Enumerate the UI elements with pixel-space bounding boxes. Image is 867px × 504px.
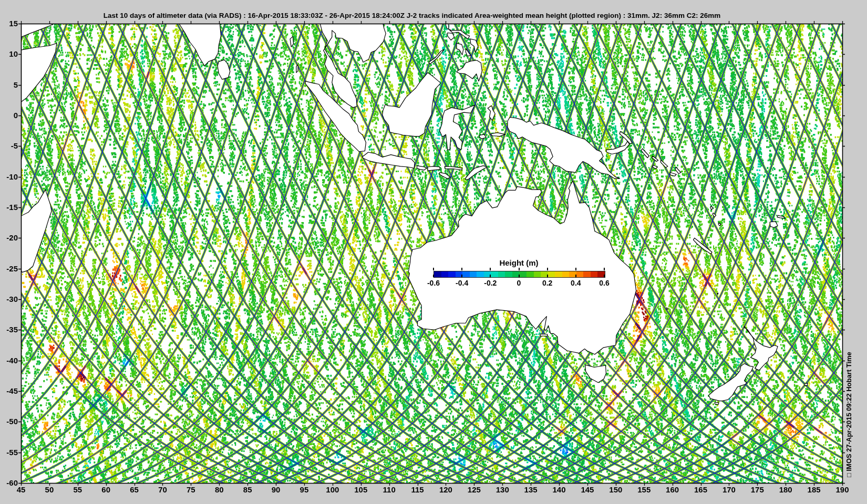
y-tick-label: -15	[0, 203, 18, 212]
x-tick-label: 120	[434, 485, 457, 494]
colorbar-tick	[433, 275, 434, 277]
map-canvas	[0, 0, 867, 504]
colorbar-tick-label: 0	[508, 279, 531, 287]
colorbar-tick-label: 0.2	[536, 279, 559, 287]
y-tick-label: -45	[0, 386, 18, 395]
credit-label: IMOS 27-Apr-2015 09:22 Hobart Time	[845, 352, 853, 471]
colorbar-tick	[604, 275, 605, 277]
x-tick-label: 65	[123, 485, 146, 494]
colorbar-tick	[575, 275, 576, 277]
x-tick-label: 155	[633, 485, 656, 494]
x-tick-label: 130	[491, 485, 514, 494]
colorbar-tick	[547, 275, 548, 277]
x-tick-label: 110	[378, 485, 401, 494]
colorbar-tick-label: 0.4	[564, 279, 587, 287]
colorbar-tick-label: -0.4	[450, 279, 473, 287]
y-tick-label: -55	[0, 448, 18, 457]
y-tick-label: -10	[0, 172, 18, 181]
altimeter-map-figure: Last 10 days of altimeter data (via RADS…	[0, 0, 867, 504]
y-tick-label: -30	[0, 295, 18, 303]
x-tick-label: 85	[236, 485, 259, 494]
colorbar-tick	[433, 268, 434, 270]
x-tick-label: 50	[38, 485, 61, 494]
x-tick-label: 60	[95, 485, 118, 494]
x-tick-label: 105	[349, 485, 373, 494]
colorbar-tick	[490, 275, 491, 277]
x-tick-label: 70	[151, 485, 174, 494]
colorbar-tick	[490, 268, 491, 270]
y-tick-label: -40	[0, 356, 18, 365]
colorbar: Height (m) -0.6-0.4-0.200.20.40.6	[434, 258, 604, 289]
x-tick-label: 125	[462, 485, 486, 494]
y-tick-label: 0	[0, 111, 18, 120]
x-tick-label: 90	[264, 485, 287, 494]
x-tick-label: 95	[293, 485, 316, 494]
y-tick-label: -20	[0, 233, 18, 242]
x-tick-label: 100	[321, 485, 344, 494]
logo-glyph: □	[845, 473, 853, 477]
colorbar-tick	[461, 268, 462, 270]
x-tick-label: 145	[576, 485, 599, 494]
colorbar-tick-label: 0.6	[593, 279, 616, 287]
x-tick-label: 185	[802, 485, 825, 494]
colorbar-tick-label: -0.6	[422, 279, 445, 287]
y-tick-label: -35	[0, 325, 18, 334]
x-tick-label: 55	[66, 485, 89, 494]
x-tick-label: 135	[519, 485, 542, 494]
colorbar-tick-label: -0.2	[479, 279, 502, 287]
y-tick-label: 15	[0, 19, 18, 28]
x-tick-label: 150	[604, 485, 627, 494]
colorbar-tick	[547, 268, 548, 270]
colorbar-tick	[461, 275, 462, 277]
x-tick-label: 175	[746, 485, 769, 494]
x-tick-label: 170	[717, 485, 740, 494]
colorbar-tick	[575, 268, 576, 270]
x-tick-label: 80	[208, 485, 231, 494]
colorbar-gradient	[434, 271, 605, 278]
colorbar-tick	[604, 268, 605, 270]
x-tick-label: 190	[831, 485, 854, 494]
y-tick-label: -25	[0, 264, 18, 273]
x-tick-label: 180	[774, 485, 797, 494]
x-tick-label: 75	[179, 485, 202, 494]
x-tick-label: 45	[9, 485, 33, 494]
credit-text: □ IMOS 27-Apr-2015 09:22 Hobart Time	[845, 352, 853, 477]
colorbar-tick	[519, 275, 520, 277]
figure-title: Last 10 days of altimeter data (via RADS…	[0, 12, 824, 19]
x-tick-label: 165	[689, 485, 713, 494]
x-tick-label: 115	[406, 485, 429, 494]
y-tick-label: -5	[0, 141, 18, 150]
colorbar-title: Height (m)	[434, 258, 604, 267]
x-tick-label: 160	[661, 485, 684, 494]
y-tick-label: 5	[0, 80, 18, 89]
y-tick-label: -50	[0, 417, 18, 426]
x-tick-label: 140	[548, 485, 571, 494]
colorbar-tick	[519, 268, 520, 270]
y-tick-label: 10	[0, 49, 18, 58]
